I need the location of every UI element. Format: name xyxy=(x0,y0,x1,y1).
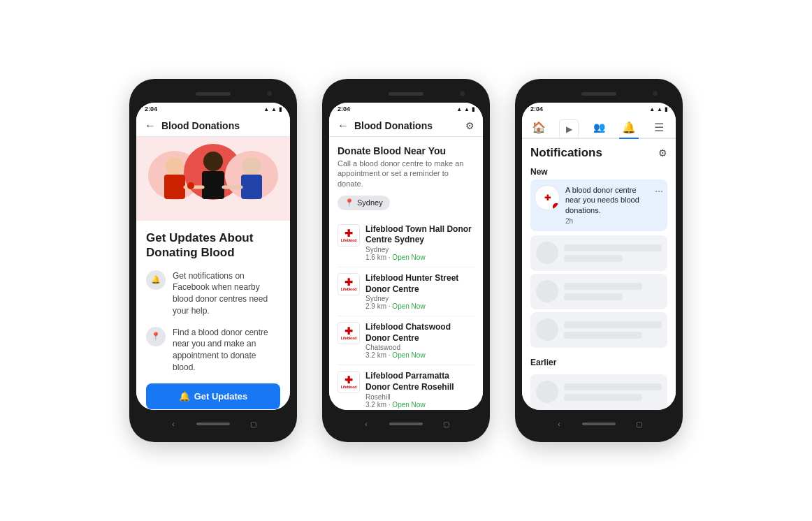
top-nav: 🏠 ▶ 👥 🔔 ☰ xyxy=(522,115,676,139)
placeholder-avatar xyxy=(536,280,558,302)
phone-1: 2:04 ▲ ▲ ▮ ← Blood Donations xyxy=(129,79,297,442)
status-bar: 2:04 ▲ ▲ ▮ xyxy=(136,103,290,115)
back-nav-btn[interactable]: ‹ xyxy=(167,418,180,430)
nav-notifications[interactable]: 🔔 xyxy=(619,119,639,139)
cross-icon: ✚ xyxy=(345,326,353,336)
centre-meta-2: Sydney 2.9 km · Open Now xyxy=(365,295,474,310)
settings-icon[interactable]: ⚙ xyxy=(465,120,474,131)
placeholder-lines xyxy=(564,241,662,265)
earlier-section-label: Earlier xyxy=(530,353,667,370)
status-bar: 2:04 ▲ ▲ ▮ xyxy=(329,103,483,115)
header-left: ← Blood Donations xyxy=(338,119,433,132)
notification-avatar: ✚ 🩸 xyxy=(535,185,560,210)
placeholder-line xyxy=(564,283,642,290)
nav-people[interactable]: 👥 xyxy=(589,119,609,139)
nav-menu[interactable]: ☰ xyxy=(649,119,669,139)
centre-name-3: Lifeblood Chatswood Donor Centre xyxy=(365,322,474,344)
phone-1-top-bar xyxy=(136,86,290,101)
battery-icon: ▮ xyxy=(665,106,667,112)
overview-nav-btn[interactable]: ▢ xyxy=(247,418,259,430)
placeholder-row-1 xyxy=(530,235,667,271)
location-label: Sydney xyxy=(357,198,383,207)
back-nav-btn[interactable]: ‹ xyxy=(553,418,565,430)
p2-content: Donate Blood Near You Call a blood donor… xyxy=(329,137,483,410)
battery-icon: ▮ xyxy=(472,106,474,112)
new-section-label: New xyxy=(530,163,667,179)
centre-meta-3: Chatswood 3.2 km · Open Now xyxy=(365,344,474,359)
notification-text: A blood donor centre near you needs bloo… xyxy=(565,185,649,226)
status-time: 2:04 xyxy=(530,105,543,112)
notifications-title: Notifications xyxy=(530,146,602,160)
donor-centre-item-2[interactable]: ✚ Lifeblood Lifeblood Hunter Street Dono… xyxy=(338,267,474,316)
svg-point-7 xyxy=(242,157,261,175)
centre-info-2: Lifeblood Hunter Street Donor Centre Syd… xyxy=(365,273,474,310)
speaker xyxy=(389,92,423,96)
back-button[interactable]: ← xyxy=(338,119,349,132)
placeholder-row-3 xyxy=(530,312,667,348)
centre-name-1: Lifeblood Town Hall Donor Centre Sydney xyxy=(365,224,474,246)
get-updates-button[interactable]: 🔔 Get Updates xyxy=(146,383,280,409)
bell-icon: 🔔 xyxy=(146,270,166,290)
earlier-items xyxy=(530,374,667,410)
placeholder-row-2 xyxy=(530,274,667,309)
phone-2-screen: 2:04 ▲ ▲ ▮ ← Blood Donations ⚙ Donate Bl… xyxy=(329,103,483,410)
status-icons: ▲ ▲ ▮ xyxy=(649,106,667,112)
app-header: ← Blood Donations xyxy=(136,115,290,137)
location-chip[interactable]: 📍 Sydney xyxy=(338,196,390,210)
donor-centre-item-1[interactable]: ✚ Lifeblood Lifeblood Town Hall Donor Ce… xyxy=(338,219,474,267)
phone-2-bottom: ‹ ▢ xyxy=(329,413,483,435)
phone-3: 2:04 ▲ ▲ ▮ 🏠 ▶ 👥 🔔 ☰ Notifications ⚙ xyxy=(515,79,683,442)
lifeblood-wordmark: Lifeblood xyxy=(341,287,357,291)
home-indicator[interactable] xyxy=(582,423,616,425)
phone-2-top-bar xyxy=(329,86,483,101)
more-options-icon[interactable]: ··· xyxy=(655,185,663,196)
svg-point-5 xyxy=(203,152,223,171)
placeholder-line xyxy=(564,332,642,339)
placeholder-line xyxy=(564,383,662,390)
back-nav-btn[interactable]: ‹ xyxy=(360,418,372,430)
lifeblood-wordmark: Lifeblood xyxy=(341,385,357,389)
overview-nav-btn[interactable]: ▢ xyxy=(632,418,645,430)
nav-video[interactable]: ▶ xyxy=(559,119,579,139)
centre-meta-1: Sydney 1.6 km · Open Now xyxy=(365,246,474,261)
status-time: 2:04 xyxy=(338,105,350,112)
phone-1-screen: 2:04 ▲ ▲ ▮ ← Blood Donations xyxy=(136,103,290,410)
p1-content: Get Updates About Donating Blood 🔔 Get n… xyxy=(136,221,290,410)
placeholder-line xyxy=(564,293,623,300)
app-header: ← Blood Donations ⚙ xyxy=(329,115,483,137)
placeholder-items xyxy=(530,235,667,348)
earlier-item-1 xyxy=(530,374,667,410)
overview-nav-btn[interactable]: ▢ xyxy=(440,418,452,430)
notifications-header: Notifications ⚙ xyxy=(522,139,676,163)
donor-centre-item-4[interactable]: ✚ Lifeblood Lifeblood Parramatta Donor C… xyxy=(338,365,474,410)
placeholder-lines xyxy=(564,318,662,342)
lifeblood-logo-4: ✚ Lifeblood xyxy=(338,371,360,393)
placeholder-avatar xyxy=(536,381,558,403)
screen-title: Blood Donations xyxy=(161,120,240,131)
signal-icon: ▲ xyxy=(271,106,277,112)
svg-rect-6 xyxy=(202,171,224,199)
feature-2-text: Find a blood donor centre near you and m… xyxy=(173,327,280,374)
speaker xyxy=(196,92,231,96)
notifications-settings-icon[interactable]: ⚙ xyxy=(658,147,667,159)
notification-item-1[interactable]: ✚ 🩸 A blood donor centre near you needs … xyxy=(530,179,667,231)
location-pin-icon: 📍 xyxy=(345,198,354,207)
back-button[interactable]: ← xyxy=(145,119,156,132)
phone-3-top-bar xyxy=(522,86,676,101)
placeholder-avatar xyxy=(536,318,558,341)
phone-1-bottom: ‹ ▢ xyxy=(136,413,290,435)
home-indicator[interactable] xyxy=(196,423,230,425)
camera xyxy=(267,91,272,96)
home-indicator[interactable] xyxy=(389,423,423,425)
donor-centre-item-3[interactable]: ✚ Lifeblood Lifeblood Chatswood Donor Ce… xyxy=(338,316,474,365)
nav-home[interactable]: 🏠 xyxy=(529,119,549,139)
cross-icon: ✚ xyxy=(345,277,353,287)
placeholder-line xyxy=(564,255,623,262)
scene: 2:04 ▲ ▲ ▮ ← Blood Donations xyxy=(0,0,812,521)
svg-rect-8 xyxy=(241,175,262,199)
section-title: Donate Blood Near You xyxy=(338,145,474,156)
phone-3-screen: 2:04 ▲ ▲ ▮ 🏠 ▶ 👥 🔔 ☰ Notifications ⚙ xyxy=(522,103,676,410)
svg-rect-4 xyxy=(164,175,185,199)
signal-icon: ▲ xyxy=(464,106,470,112)
status-bar: 2:04 ▲ ▲ ▮ xyxy=(522,103,676,115)
